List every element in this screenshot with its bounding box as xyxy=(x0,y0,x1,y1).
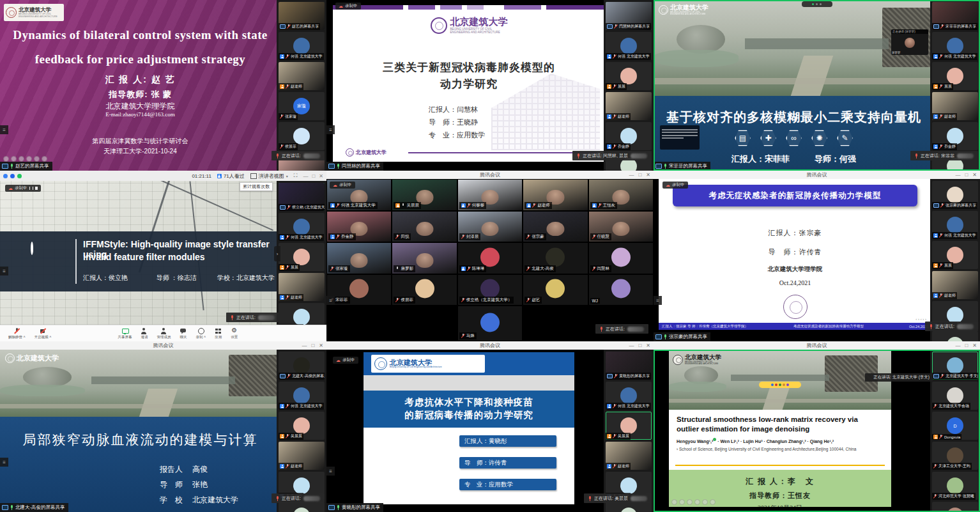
video-tile[interactable]: 何黎黎 xyxy=(458,180,522,210)
toolbar-button-apps[interactable]: 应用 xyxy=(215,328,222,339)
participant-thumbnail[interactable]: 侯立艳 (北京建筑大学… xyxy=(279,183,325,211)
participant-thumbnail[interactable]: 晨晨 xyxy=(279,243,325,271)
participant-thumbnail[interactable]: 吴晨晨 xyxy=(279,412,325,440)
participant-thumbnail[interactable]: 赵老师 xyxy=(932,271,978,299)
toolbar-button-invite[interactable]: 邀请 xyxy=(141,328,148,339)
video-tile[interactable]: 吴晨晨 xyxy=(392,180,456,210)
window-controls[interactable]: —□✕ xyxy=(629,342,650,349)
video-tile[interactable]: 北建大-高俊 xyxy=(523,243,587,274)
video-tile[interactable]: 田悦 xyxy=(392,212,456,242)
sidebar-toggle[interactable]: ≡ xyxy=(326,296,335,305)
participant-thumbnail[interactable]: 赵老师 xyxy=(279,442,325,470)
toolbar-button-screen[interactable]: 共享屏幕 xyxy=(118,328,132,339)
participant-sidebar[interactable]: 黄晓彤的屏幕共享何强 北京建筑大学吴晨晨赵老师乔金静 xyxy=(604,350,654,512)
participant-thumbnail[interactable]: 晨晨 xyxy=(932,62,978,90)
window-controls[interactable]: —□✕ xyxy=(629,171,650,178)
participant-sidebar[interactable]: 侯立艳 (北京建筑大学…何强 北京建筑大学晨晨赵老师乔金静 xyxy=(277,181,326,325)
window-controls[interactable]: —□✕ xyxy=(303,173,323,179)
participant-thumbnail[interactable]: 天津工业大学-王昀 xyxy=(932,442,978,470)
sidebar-toggle[interactable]: ≡ xyxy=(0,458,8,467)
share-control-pill[interactable] xyxy=(802,1,832,7)
sidebar-toggle[interactable]: ≡ xyxy=(0,125,8,134)
video-tile[interactable]: 封泽晨 xyxy=(458,212,522,242)
participant-thumbnail[interactable]: 闫慧林的屏幕共享 xyxy=(606,2,652,30)
participant-thumbnail[interactable]: 北京建筑大学 李文的屏幕共享 xyxy=(932,352,978,380)
participant-thumbnail[interactable]: 黄晓彤的屏幕共享 xyxy=(606,352,652,380)
video-tile[interactable]: 侯晨菲 xyxy=(392,275,456,306)
annotation-toolbar[interactable] xyxy=(671,499,716,505)
toolbar-button-record[interactable]: 录制 ˄ xyxy=(195,328,206,339)
participant-sidebar[interactable]: 赵艺的屏幕共享何强 北京建筑大学赵老师家璇张家璇侯晨菲 xyxy=(277,0,326,171)
video-tile[interactable]: 马姝 xyxy=(458,306,522,341)
participant-sidebar[interactable]: 闫慧林的屏幕共享何强 北京建筑大学晨晨赵老师乔金静 xyxy=(604,0,654,171)
participant-thumbnail[interactable]: 张宗豪的屏幕共享 xyxy=(932,181,978,209)
stop-icon[interactable] xyxy=(35,187,38,190)
participant-thumbnail[interactable]: 北建大-高俊的屏幕共享 xyxy=(279,352,325,380)
annotation-toolbar[interactable] xyxy=(3,156,47,162)
participant-sidebar[interactable]: 北建大-高俊的屏幕共享何强 北京建筑大学吴晨晨赵老师乔金静 xyxy=(277,350,326,512)
participant-thumbnail[interactable]: 家璇张家璇 xyxy=(279,92,325,120)
fullscreen-button[interactable]: ⛶ xyxy=(294,173,298,179)
participant-thumbnail[interactable]: 赵老师 xyxy=(279,62,325,90)
toolbar-button-chat[interactable]: 聊天 xyxy=(180,328,187,339)
participant-thumbnail[interactable]: 北京建筑大学会场 xyxy=(932,382,978,410)
window-controls[interactable]: —□✕ xyxy=(955,342,977,349)
participant-thumbnail[interactable]: 何强 北京建筑大学 xyxy=(932,32,978,60)
participant-thumbnail[interactable]: 赵老师 xyxy=(606,442,652,470)
participant-thumbnail[interactable]: 赵老师 xyxy=(932,92,978,120)
participant-thumbnail[interactable]: 赵艺的屏幕共享 xyxy=(279,2,325,30)
participant-thumbnail[interactable] xyxy=(279,502,325,512)
toolbar-button-members[interactable]: 管理成员 xyxy=(157,328,171,339)
view-mode-dropdown[interactable]: 演讲者视图▾ xyxy=(250,173,288,180)
shield-icon[interactable] xyxy=(10,174,15,178)
window-controls[interactable]: —□✕ xyxy=(302,342,323,349)
sidebar-toggle[interactable]: ≡ xyxy=(326,467,335,476)
participant-thumbnail[interactable]: 赵老师 xyxy=(279,273,325,301)
video-tile[interactable]: 乔金静 xyxy=(327,212,391,242)
video-tile[interactable]: 王恒友 xyxy=(589,180,653,210)
participant-thumbnail[interactable]: 吴晨晨 xyxy=(606,412,652,440)
participant-thumbnail[interactable]: 乔金静 xyxy=(932,122,978,150)
toolbar-button-mic-off[interactable]: 解除静音 ˄ xyxy=(8,328,26,339)
sidebar-toggle[interactable]: ≡ xyxy=(326,125,335,134)
pause-icon[interactable] xyxy=(29,187,33,190)
video-tile[interactable]: WJ xyxy=(589,275,653,306)
video-tile[interactable]: 赵艺 xyxy=(523,275,587,306)
video-tile[interactable]: 张宗豪 xyxy=(523,212,587,242)
video-tile[interactable]: 侯立艳（北京建筑大学） xyxy=(458,275,522,306)
participant-thumbnail[interactable]: 晨晨 xyxy=(932,241,978,269)
sidebar-toggle[interactable]: ≡ xyxy=(0,267,8,275)
participant-sidebar[interactable]: 北京建筑大学 李文的屏幕共享北京建筑大学会场DDongxuia天津工业大学-王昀… xyxy=(930,350,980,512)
participant-thumbnail[interactable]: 晨晨 xyxy=(606,62,652,90)
participant-thumbnail[interactable] xyxy=(606,502,652,512)
participant-thumbnail[interactable]: 河北师范大学 张慧曦 xyxy=(932,472,978,500)
video-tile[interactable]: 任晓慧 xyxy=(589,212,653,242)
caption-box[interactable] xyxy=(660,125,700,150)
video-tile[interactable]: 赵老师 xyxy=(523,180,587,210)
participant-thumbnail[interactable]: 乔金静 xyxy=(279,303,325,325)
participant-thumbnail[interactable]: DDongxuia xyxy=(932,412,978,440)
participant-thumbnail[interactable]: 何强 北京建筑大学 xyxy=(279,32,325,60)
participant-thumbnail[interactable]: 侯晨菲 xyxy=(279,122,325,150)
participant-thumbnail[interactable]: 何强 北京建筑大学 xyxy=(279,213,325,241)
participant-thumbnail[interactable]: 聂林红 xyxy=(932,502,978,512)
toolbar-button-cam-off[interactable]: 开启视频 ˄ xyxy=(34,328,52,339)
toolbar-button-gear[interactable]: 设置 xyxy=(231,328,238,339)
participant-thumbnail[interactable]: 何强 北京建筑大学 xyxy=(932,211,978,239)
window-controls[interactable]: —□✕ xyxy=(955,171,977,178)
info-icon[interactable] xyxy=(3,174,8,178)
video-tile[interactable]: 陈琳琳 xyxy=(458,243,522,274)
next-page-chevron[interactable]: › xyxy=(274,246,280,261)
video-tile[interactable]: 闫慧林 xyxy=(589,243,653,274)
participant-thumbnail[interactable]: 何强 北京建筑大学 xyxy=(606,382,652,410)
video-tile[interactable]: 张家璇 xyxy=(327,243,391,274)
participant-thumbnail[interactable]: 何强 北京建筑大学 xyxy=(279,382,325,410)
video-tile[interactable]: 宋菲菲 xyxy=(327,275,391,306)
video-tile[interactable]: 唐梦影 xyxy=(392,243,456,274)
participant-thumbnail[interactable]: 何强 北京建筑大学 xyxy=(606,32,652,60)
participant-thumbnail[interactable]: 乔金静 xyxy=(606,122,652,150)
floating-video-window[interactable]: 正在讲话 (宋菲菲) 宋菲菲 xyxy=(891,29,928,55)
sidebar-toggle[interactable]: ≡ xyxy=(654,296,662,305)
participant-sidebar[interactable]: 张宗豪的屏幕共享何强 北京建筑大学晨晨赵老师乔金静 xyxy=(930,179,980,341)
viewer-count[interactable]: 71人看过 xyxy=(217,173,245,180)
